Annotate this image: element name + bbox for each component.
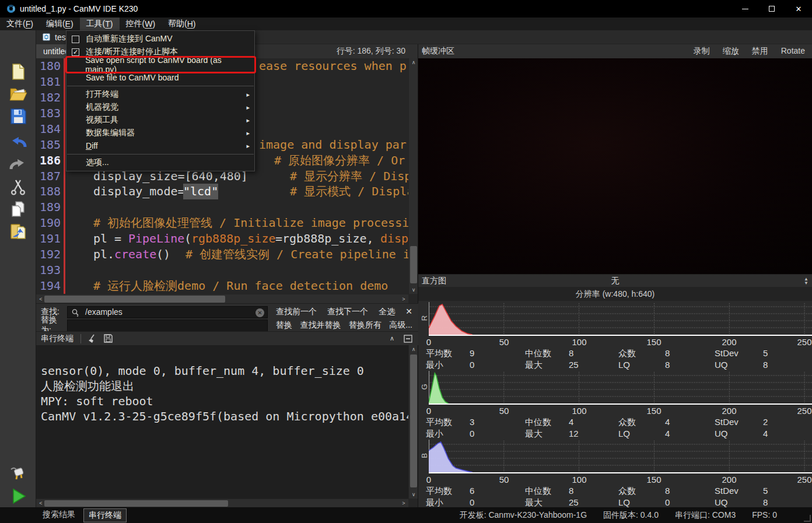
line-number: 185 [36, 137, 61, 153]
paste-button[interactable] [6, 220, 30, 243]
stat-label: 众数 [618, 485, 665, 497]
replace-input[interactable] [68, 321, 267, 330]
replace-button[interactable]: 替换 [276, 320, 292, 331]
menu-item-options[interactable]: 选项... [66, 156, 254, 169]
menu-item-machine-vision[interactable]: 机器视觉▸ [66, 101, 254, 114]
menu-item-video-tools[interactable]: 视频工具▸ [66, 114, 254, 127]
disable-button[interactable]: 禁用 [752, 46, 768, 57]
editor-hscrollbar[interactable]: < > [36, 294, 408, 303]
stat-label: 平均数 [426, 416, 470, 428]
clear-search-icon[interactable]: ✕ [256, 308, 264, 317]
connect-button[interactable] [6, 463, 30, 485]
new-file-button[interactable] [6, 61, 30, 83]
line-number: 194 [36, 278, 61, 294]
clear-terminal-button[interactable] [87, 334, 97, 344]
save-button[interactable] [6, 105, 30, 127]
histogram-plot [429, 370, 812, 406]
editor-vscroll-thumb[interactable] [410, 246, 417, 283]
menubar-item-edit[interactable]: 编辑(E) [40, 17, 80, 30]
run-button[interactable] [6, 485, 30, 507]
find-previous-button[interactable]: 查找前一个 [276, 307, 317, 317]
scroll-right-icon[interactable]: > [399, 295, 408, 303]
minimize-icon [742, 9, 748, 9]
line-number: 192 [36, 247, 61, 262]
undo-button[interactable] [6, 132, 30, 154]
popout-window-icon[interactable] [404, 335, 412, 343]
line-number: 189 [36, 199, 61, 215]
resize-grip-icon[interactable] [804, 515, 811, 522]
rotate-button[interactable]: Rotate [781, 46, 805, 57]
scroll-down-icon[interactable]: ∨ [409, 286, 418, 294]
maximize-button[interactable] [758, 0, 785, 17]
find-and-replace-button[interactable]: 查找并替换 [300, 320, 341, 331]
menubar-item-tools[interactable]: 工具(T) [80, 17, 120, 30]
scroll-down-icon[interactable]: ∨ [409, 490, 418, 499]
menubar-item-file[interactable]: 文件(F) [0, 17, 40, 30]
close-button[interactable]: ✕ [785, 0, 812, 17]
stat-label: StDev [715, 485, 763, 497]
scroll-up-icon[interactable]: ∧ [409, 58, 418, 66]
close-find-button[interactable]: ✕ [405, 307, 412, 317]
stat-value: 8 [665, 348, 715, 359]
record-button[interactable]: 录制 [694, 46, 710, 57]
stat-value: 12 [569, 428, 618, 440]
menubar-item-widgets[interactable]: 控件(W) [120, 17, 162, 30]
menubar-item-help[interactable]: 帮助(H) [162, 17, 202, 30]
select-all-button[interactable]: 全选 [379, 307, 395, 317]
submenu-arrow-icon: ▸ [246, 142, 250, 150]
scroll-up-icon[interactable]: ∧ [409, 345, 418, 353]
stat-value: 5 [763, 348, 812, 359]
code-segment: # 显示模式 / Displa [290, 184, 408, 199]
submenu-arrow-icon: ▸ [246, 129, 250, 137]
line-number: 191 [36, 231, 61, 247]
editor-hscroll-thumb[interactable] [44, 296, 225, 303]
stat-label: 最大 [525, 497, 569, 508]
redo-button[interactable] [6, 154, 30, 176]
menu-bar: 文件(F)编辑(E)工具(T)控件(W)帮助(H) [0, 17, 812, 30]
stat-value: 9 [470, 348, 525, 359]
find-input[interactable] [68, 307, 267, 317]
code-segment: rgb888p_size [191, 231, 276, 247]
stat-label: 中位数 [525, 416, 569, 428]
copy-icon [9, 200, 27, 219]
advanced-button[interactable]: 高级... [389, 320, 412, 331]
statusbar-info: 开发板: Canmv-K230-Yahboom-1G [460, 510, 587, 521]
line-number: 181 [36, 74, 61, 90]
minimize-button[interactable] [732, 0, 758, 17]
scroll-right-icon[interactable]: > [399, 499, 408, 507]
serial-terminal-header: 串行终端 ∧ [36, 331, 418, 345]
save-log-button[interactable] [103, 334, 113, 343]
terminal-hscrollbar[interactable]: < > [36, 499, 408, 507]
statusbar-tab-serial-terminal[interactable]: 串行终端 [83, 508, 127, 522]
code-segment: () [156, 247, 170, 262]
terminal-line: MPY: soft reboot [41, 394, 153, 409]
terminal-hscroll-thumb[interactable] [44, 500, 228, 507]
menu-item-open-terminal[interactable]: 打开终端▸ [66, 88, 254, 101]
zoom-button[interactable]: 缩放 [723, 46, 739, 57]
find-next-button[interactable]: 查找下一个 [327, 307, 368, 317]
close-icon: ✕ [796, 5, 802, 13]
undo-icon [9, 134, 27, 152]
stat-value: 3 [470, 416, 525, 428]
stat-value: 25 [569, 497, 618, 508]
terminal-vscrollbar[interactable]: ∧ ∨ [408, 345, 418, 499]
channel-label: B [420, 451, 429, 461]
code-segment: disp [380, 231, 408, 247]
collapse-terminal-icon[interactable]: ∧ [390, 335, 394, 342]
menu-item-save-open-script[interactable]: Save open script to CanMV board (as main… [66, 58, 254, 71]
cut-button[interactable] [6, 176, 30, 198]
replace-all-button[interactable]: 替换所有 [349, 320, 382, 331]
stats-row: 最小0最大25LQ8UQ8 [418, 359, 812, 371]
copy-button[interactable] [6, 198, 30, 220]
right-panel: 无 直方图 ▲▼ 分辨率 (w:480, h:640) R05010015020… [418, 58, 812, 507]
terminal-vscroll-thumb[interactable] [410, 354, 417, 487]
serial-terminal-output[interactable]: sensor(0), mode 0, buffer_num 4, buffer_… [36, 345, 408, 499]
connect-icon [9, 465, 27, 483]
menu-item-dataset-editor[interactable]: 数据集编辑器▸ [66, 127, 254, 139]
editor-vscrollbar[interactable]: ∧ ∨ [408, 58, 418, 294]
open-folder-button[interactable] [6, 83, 30, 105]
menu-item-auto-reconnect[interactable]: 自动重新连接到 CanMV [66, 33, 254, 45]
statusbar-tab-search-results[interactable]: 搜索结果 [38, 508, 80, 522]
menu-item-diff[interactable]: Diff▸ [66, 139, 254, 152]
axis-tick-label: 250 [797, 475, 811, 485]
